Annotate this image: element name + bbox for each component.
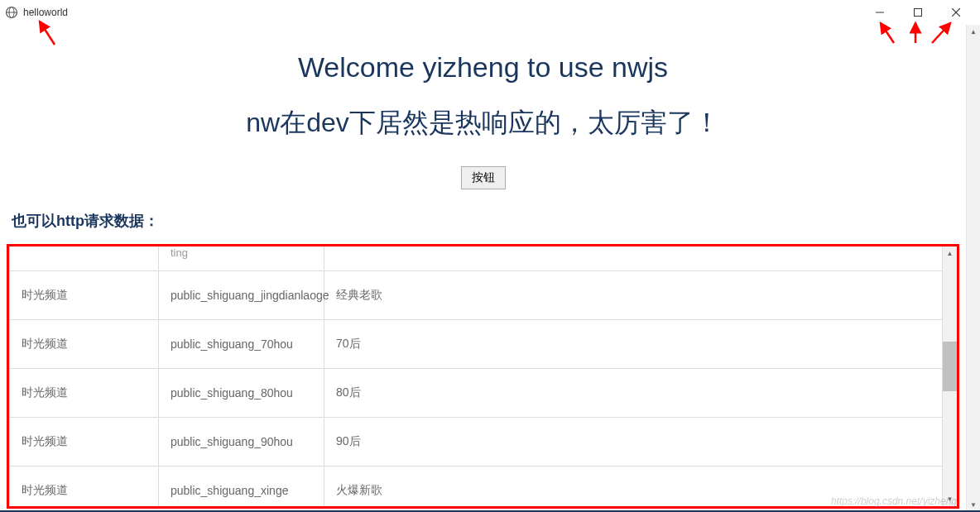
button-row: 按钮 — [0, 166, 966, 189]
scroll-up-icon[interactable]: ▲ — [967, 25, 980, 39]
cell-channel: 时光频道 — [10, 271, 159, 320]
page-title: Welcome yizheng to use nwjs — [0, 51, 966, 84]
data-table: ting 时光频道 public_shiguang_jingdianlaoge … — [9, 246, 943, 506]
scroll-up-icon[interactable]: ▲ — [943, 246, 957, 261]
cell-name — [324, 246, 943, 271]
cell-key: public_shiguang_90hou — [159, 418, 324, 467]
main-content: Welcome yizheng to use nwjs nw在dev下居然是热响… — [0, 25, 966, 512]
cell-name: 火爆新歌 — [324, 467, 943, 507]
cell-key: public_shiguang_70hou — [159, 320, 324, 369]
table-row: 时光频道 public_shiguang_90hou 90后 — [10, 418, 943, 467]
cell-key: public_shiguang_80hou — [159, 369, 324, 418]
table-row: 时光频道 public_shiguang_jingdianlaoge 经典老歌 — [10, 271, 943, 320]
cell-name: 80后 — [324, 369, 943, 418]
cell-channel — [10, 246, 159, 271]
table-row-partial: ting — [10, 246, 943, 271]
titlebar: helloworld — [0, 0, 980, 25]
table-row: 时光频道 public_shiguang_80hou 80后 — [10, 369, 943, 418]
inner-scrollbar[interactable]: ▲ ▼ — [943, 246, 957, 506]
titlebar-left: helloworld — [5, 6, 68, 19]
scrollbar-thumb[interactable] — [943, 342, 957, 391]
table-row: 时光频道 public_shiguang_70hou 70后 — [10, 320, 943, 369]
close-button[interactable] — [937, 0, 975, 25]
minimize-button[interactable] — [861, 0, 899, 25]
cell-key: ting — [159, 246, 324, 271]
cell-name: 经典老歌 — [324, 271, 943, 320]
window-title: helloworld — [23, 7, 68, 18]
globe-icon — [5, 6, 18, 19]
cell-channel: 时光频道 — [10, 320, 159, 369]
action-button[interactable]: 按钮 — [461, 166, 506, 189]
scroll-down-icon[interactable]: ▼ — [943, 492, 957, 506]
cell-channel: 时光频道 — [10, 369, 159, 418]
cell-channel: 时光频道 — [10, 418, 159, 467]
maximize-button[interactable] — [899, 0, 937, 25]
cell-key: public_shiguang_jingdianlaoge — [159, 271, 324, 320]
window-controls — [861, 0, 975, 25]
cell-name: 70后 — [324, 320, 943, 369]
table-container: ting 时光频道 public_shiguang_jingdianlaoge … — [7, 244, 959, 509]
cell-name: 90后 — [324, 418, 943, 467]
outer-scrollbar[interactable]: ▲ ▼ — [966, 25, 980, 512]
cell-channel: 时光频道 — [10, 467, 159, 507]
section-heading: 也可以http请求数据： — [12, 211, 966, 231]
page-subtitle: nw在dev下居然是热响应的，太厉害了！ — [0, 105, 966, 141]
svg-rect-4 — [915, 9, 922, 17]
table-scroll-area: ting 时光频道 public_shiguang_jingdianlaoge … — [9, 246, 943, 506]
content-wrap: Welcome yizheng to use nwjs nw在dev下居然是热响… — [0, 25, 980, 512]
table-row: 时光频道 public_shiguang_xinge 火爆新歌 — [10, 467, 943, 507]
cell-key: public_shiguang_xinge — [159, 467, 324, 507]
